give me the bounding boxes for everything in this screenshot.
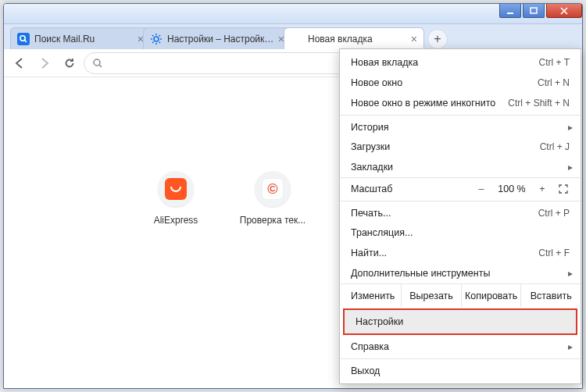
submenu-arrow-icon: ▸ — [568, 341, 573, 352]
submenu-arrow-icon: ▸ — [568, 162, 573, 173]
svg-rect-1 — [531, 8, 537, 13]
tab-mail-ru[interactable]: Поиск Mail.Ru × — [10, 27, 151, 49]
menu-item-exit[interactable]: Выход — [340, 358, 581, 380]
tab-settings[interactable]: Настройки – Настройки сайта × — [143, 27, 291, 49]
edit-copy-button[interactable]: Копировать — [462, 284, 522, 307]
svg-point-4 — [154, 37, 159, 41]
menu-item-zoom: Масштаб – 100 % + — [340, 177, 581, 199]
menu-item-edit-row: Изменить Вырезать Копировать Вставить — [340, 283, 581, 307]
mail-search-icon — [17, 33, 30, 45]
chrome-main-menu: Новая вкладкаCtrl + T Новое окноCtrl + N… — [339, 48, 581, 384]
menu-item-incognito[interactable]: Новое окно в режиме инкогнитоCtrl + Shif… — [340, 93, 581, 113]
shortcut-label: Проверка тек... — [240, 215, 306, 226]
menu-item-new-tab[interactable]: Новая вкладкаCtrl + T — [340, 52, 581, 73]
menu-item-settings[interactable]: Настройки — [345, 310, 576, 333]
gear-icon — [150, 33, 163, 45]
shortcut-aliexpress[interactable]: AliExpress — [145, 171, 207, 226]
submenu-arrow-icon: ▸ — [568, 122, 573, 133]
new-tab-button[interactable]: + — [427, 29, 448, 49]
reload-button[interactable] — [59, 52, 80, 74]
zoom-value: 100 % — [496, 184, 527, 194]
svg-point-5 — [94, 59, 100, 66]
shortcut-textcheck[interactable]: © Проверка тек... — [241, 171, 304, 226]
window-maximize-button[interactable] — [523, 4, 545, 18]
edit-cut-button[interactable]: Вырезать — [402, 284, 462, 307]
tab-title: Новая вкладка — [308, 34, 408, 45]
svg-rect-0 — [507, 12, 513, 14]
blank-favicon — [291, 33, 303, 45]
menu-item-bookmarks[interactable]: Закладки▸ — [340, 157, 581, 177]
zoom-out-button[interactable]: – — [474, 184, 488, 194]
menu-item-help[interactable]: Справка▸ — [340, 337, 581, 357]
menu-item-downloads[interactable]: ЗагрузкиCtrl + J — [340, 137, 581, 157]
zoom-in-button[interactable]: + — [535, 184, 549, 194]
window-titlebar[interactable] — [4, 4, 582, 24]
shortcut-label: AliExpress — [154, 215, 198, 226]
tab-title: Настройки – Настройки сайта — [167, 34, 275, 45]
window-close-button[interactable] — [546, 4, 582, 18]
svg-rect-2 — [17, 33, 30, 45]
menu-item-cast[interactable]: Трансляция... — [340, 223, 581, 243]
tab-strip: Поиск Mail.Ru × Настройки – Настройки са… — [4, 24, 582, 49]
aliexpress-icon — [165, 178, 187, 200]
submenu-arrow-icon: ▸ — [568, 268, 573, 279]
forward-button[interactable] — [34, 52, 55, 74]
menu-item-more-tools[interactable]: Дополнительные инструменты▸ — [340, 263, 581, 283]
menu-item-new-window[interactable]: Новое окноCtrl + N — [340, 73, 581, 93]
menu-item-print[interactable]: Печать...Ctrl + P — [340, 201, 581, 223]
menu-item-find[interactable]: Найти...Ctrl + F — [340, 243, 581, 263]
fullscreen-icon[interactable] — [557, 184, 570, 194]
back-button[interactable] — [9, 52, 30, 74]
settings-highlight-annotation: Настройки — [343, 308, 577, 335]
copyright-icon: © — [262, 178, 284, 200]
menu-item-history[interactable]: История▸ — [340, 115, 581, 137]
close-tab-icon[interactable]: × — [411, 33, 417, 45]
edit-label: Изменить — [340, 284, 402, 307]
tab-newtab[interactable]: Новая вкладка × — [284, 27, 424, 49]
window-minimize-button[interactable] — [499, 4, 521, 18]
edit-paste-button[interactable]: Вставить — [521, 284, 581, 307]
tab-title: Поиск Mail.Ru — [34, 34, 134, 45]
search-icon — [92, 58, 103, 69]
